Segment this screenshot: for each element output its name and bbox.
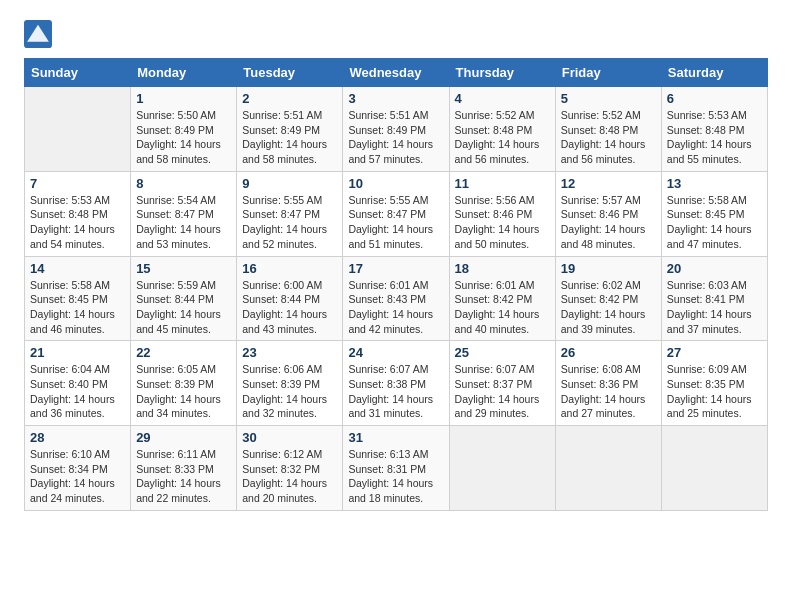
calendar-header-thursday: Thursday	[449, 59, 555, 87]
day-number: 17	[348, 261, 443, 276]
calendar-cell: 28Sunrise: 6:10 AM Sunset: 8:34 PM Dayli…	[25, 426, 131, 511]
day-info: Sunrise: 5:59 AM Sunset: 8:44 PM Dayligh…	[136, 278, 231, 337]
day-info: Sunrise: 6:01 AM Sunset: 8:42 PM Dayligh…	[455, 278, 550, 337]
day-number: 2	[242, 91, 337, 106]
calendar-cell: 29Sunrise: 6:11 AM Sunset: 8:33 PM Dayli…	[131, 426, 237, 511]
day-info: Sunrise: 5:58 AM Sunset: 8:45 PM Dayligh…	[667, 193, 762, 252]
day-number: 23	[242, 345, 337, 360]
day-number: 11	[455, 176, 550, 191]
calendar-header-sunday: Sunday	[25, 59, 131, 87]
day-info: Sunrise: 5:53 AM Sunset: 8:48 PM Dayligh…	[30, 193, 125, 252]
day-number: 31	[348, 430, 443, 445]
calendar-cell: 24Sunrise: 6:07 AM Sunset: 8:38 PM Dayli…	[343, 341, 449, 426]
calendar-cell: 1Sunrise: 5:50 AM Sunset: 8:49 PM Daylig…	[131, 87, 237, 172]
calendar-cell: 21Sunrise: 6:04 AM Sunset: 8:40 PM Dayli…	[25, 341, 131, 426]
day-info: Sunrise: 5:56 AM Sunset: 8:46 PM Dayligh…	[455, 193, 550, 252]
day-info: Sunrise: 5:58 AM Sunset: 8:45 PM Dayligh…	[30, 278, 125, 337]
calendar-header-monday: Monday	[131, 59, 237, 87]
calendar-cell: 30Sunrise: 6:12 AM Sunset: 8:32 PM Dayli…	[237, 426, 343, 511]
calendar-week-3: 21Sunrise: 6:04 AM Sunset: 8:40 PM Dayli…	[25, 341, 768, 426]
day-number: 26	[561, 345, 656, 360]
day-info: Sunrise: 6:07 AM Sunset: 8:37 PM Dayligh…	[455, 362, 550, 421]
calendar-cell: 2Sunrise: 5:51 AM Sunset: 8:49 PM Daylig…	[237, 87, 343, 172]
calendar-cell: 22Sunrise: 6:05 AM Sunset: 8:39 PM Dayli…	[131, 341, 237, 426]
day-info: Sunrise: 5:54 AM Sunset: 8:47 PM Dayligh…	[136, 193, 231, 252]
calendar-cell: 31Sunrise: 6:13 AM Sunset: 8:31 PM Dayli…	[343, 426, 449, 511]
day-info: Sunrise: 5:53 AM Sunset: 8:48 PM Dayligh…	[667, 108, 762, 167]
calendar-cell: 19Sunrise: 6:02 AM Sunset: 8:42 PM Dayli…	[555, 256, 661, 341]
day-number: 13	[667, 176, 762, 191]
calendar-cell: 17Sunrise: 6:01 AM Sunset: 8:43 PM Dayli…	[343, 256, 449, 341]
calendar-cell: 4Sunrise: 5:52 AM Sunset: 8:48 PM Daylig…	[449, 87, 555, 172]
calendar-cell: 11Sunrise: 5:56 AM Sunset: 8:46 PM Dayli…	[449, 171, 555, 256]
calendar-cell: 18Sunrise: 6:01 AM Sunset: 8:42 PM Dayli…	[449, 256, 555, 341]
day-info: Sunrise: 6:01 AM Sunset: 8:43 PM Dayligh…	[348, 278, 443, 337]
calendar-header-row: SundayMondayTuesdayWednesdayThursdayFrid…	[25, 59, 768, 87]
calendar-cell: 10Sunrise: 5:55 AM Sunset: 8:47 PM Dayli…	[343, 171, 449, 256]
day-number: 24	[348, 345, 443, 360]
day-info: Sunrise: 6:08 AM Sunset: 8:36 PM Dayligh…	[561, 362, 656, 421]
day-info: Sunrise: 5:55 AM Sunset: 8:47 PM Dayligh…	[242, 193, 337, 252]
calendar-cell: 12Sunrise: 5:57 AM Sunset: 8:46 PM Dayli…	[555, 171, 661, 256]
day-info: Sunrise: 5:51 AM Sunset: 8:49 PM Dayligh…	[242, 108, 337, 167]
day-number: 6	[667, 91, 762, 106]
day-info: Sunrise: 6:12 AM Sunset: 8:32 PM Dayligh…	[242, 447, 337, 506]
calendar-cell: 3Sunrise: 5:51 AM Sunset: 8:49 PM Daylig…	[343, 87, 449, 172]
day-number: 14	[30, 261, 125, 276]
day-info: Sunrise: 5:52 AM Sunset: 8:48 PM Dayligh…	[455, 108, 550, 167]
calendar-cell: 6Sunrise: 5:53 AM Sunset: 8:48 PM Daylig…	[661, 87, 767, 172]
day-info: Sunrise: 5:51 AM Sunset: 8:49 PM Dayligh…	[348, 108, 443, 167]
calendar-week-2: 14Sunrise: 5:58 AM Sunset: 8:45 PM Dayli…	[25, 256, 768, 341]
day-info: Sunrise: 6:06 AM Sunset: 8:39 PM Dayligh…	[242, 362, 337, 421]
day-number: 7	[30, 176, 125, 191]
calendar-cell	[25, 87, 131, 172]
calendar-cell: 25Sunrise: 6:07 AM Sunset: 8:37 PM Dayli…	[449, 341, 555, 426]
calendar-cell	[661, 426, 767, 511]
day-number: 8	[136, 176, 231, 191]
day-number: 20	[667, 261, 762, 276]
calendar-cell: 26Sunrise: 6:08 AM Sunset: 8:36 PM Dayli…	[555, 341, 661, 426]
calendar-week-0: 1Sunrise: 5:50 AM Sunset: 8:49 PM Daylig…	[25, 87, 768, 172]
day-info: Sunrise: 6:09 AM Sunset: 8:35 PM Dayligh…	[667, 362, 762, 421]
logo-icon	[24, 20, 52, 48]
calendar-cell: 23Sunrise: 6:06 AM Sunset: 8:39 PM Dayli…	[237, 341, 343, 426]
day-number: 19	[561, 261, 656, 276]
day-number: 29	[136, 430, 231, 445]
day-number: 5	[561, 91, 656, 106]
day-number: 10	[348, 176, 443, 191]
day-number: 16	[242, 261, 337, 276]
day-info: Sunrise: 5:57 AM Sunset: 8:46 PM Dayligh…	[561, 193, 656, 252]
day-number: 27	[667, 345, 762, 360]
calendar-cell: 15Sunrise: 5:59 AM Sunset: 8:44 PM Dayli…	[131, 256, 237, 341]
day-number: 3	[348, 91, 443, 106]
calendar-table: SundayMondayTuesdayWednesdayThursdayFrid…	[24, 58, 768, 511]
calendar-cell: 27Sunrise: 6:09 AM Sunset: 8:35 PM Dayli…	[661, 341, 767, 426]
day-info: Sunrise: 5:52 AM Sunset: 8:48 PM Dayligh…	[561, 108, 656, 167]
day-info: Sunrise: 5:50 AM Sunset: 8:49 PM Dayligh…	[136, 108, 231, 167]
page-header	[24, 20, 768, 48]
calendar-cell: 9Sunrise: 5:55 AM Sunset: 8:47 PM Daylig…	[237, 171, 343, 256]
calendar-header-tuesday: Tuesday	[237, 59, 343, 87]
day-info: Sunrise: 5:55 AM Sunset: 8:47 PM Dayligh…	[348, 193, 443, 252]
calendar-cell: 16Sunrise: 6:00 AM Sunset: 8:44 PM Dayli…	[237, 256, 343, 341]
calendar-week-4: 28Sunrise: 6:10 AM Sunset: 8:34 PM Dayli…	[25, 426, 768, 511]
calendar-week-1: 7Sunrise: 5:53 AM Sunset: 8:48 PM Daylig…	[25, 171, 768, 256]
day-info: Sunrise: 6:07 AM Sunset: 8:38 PM Dayligh…	[348, 362, 443, 421]
logo	[24, 20, 56, 48]
day-number: 12	[561, 176, 656, 191]
day-info: Sunrise: 6:10 AM Sunset: 8:34 PM Dayligh…	[30, 447, 125, 506]
day-number: 1	[136, 91, 231, 106]
calendar-cell: 7Sunrise: 5:53 AM Sunset: 8:48 PM Daylig…	[25, 171, 131, 256]
day-number: 21	[30, 345, 125, 360]
day-info: Sunrise: 6:13 AM Sunset: 8:31 PM Dayligh…	[348, 447, 443, 506]
day-info: Sunrise: 6:05 AM Sunset: 8:39 PM Dayligh…	[136, 362, 231, 421]
day-number: 25	[455, 345, 550, 360]
calendar-cell	[555, 426, 661, 511]
day-number: 4	[455, 91, 550, 106]
day-number: 30	[242, 430, 337, 445]
day-number: 9	[242, 176, 337, 191]
day-info: Sunrise: 6:00 AM Sunset: 8:44 PM Dayligh…	[242, 278, 337, 337]
day-info: Sunrise: 6:03 AM Sunset: 8:41 PM Dayligh…	[667, 278, 762, 337]
calendar-body: 1Sunrise: 5:50 AM Sunset: 8:49 PM Daylig…	[25, 87, 768, 511]
day-info: Sunrise: 6:02 AM Sunset: 8:42 PM Dayligh…	[561, 278, 656, 337]
